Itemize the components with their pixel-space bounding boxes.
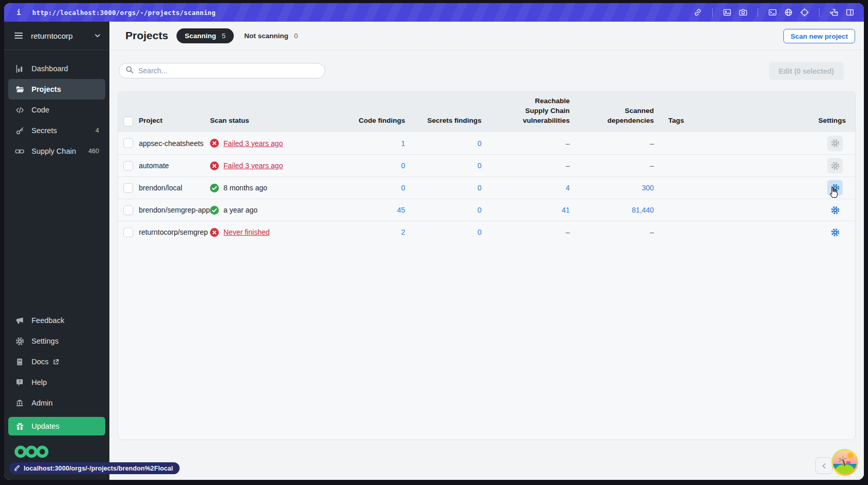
scan-status: Failed 3 years ago (210, 139, 312, 148)
sidebar-item-supply-chain[interactable]: Supply Chain460 (8, 141, 105, 161)
terminal-icon[interactable] (768, 8, 777, 17)
projects-table: Project Scan status Code findings Secret… (118, 91, 856, 440)
scan-new-project-button[interactable]: Scan new project (783, 29, 855, 43)
sidebar-item-updates[interactable]: Updates (8, 417, 105, 435)
row-checkbox[interactable] (123, 161, 133, 171)
chevron-down-icon[interactable] (94, 32, 101, 39)
scan-status-text[interactable]: Never finished (223, 228, 270, 236)
crosshair-icon[interactable] (800, 8, 809, 17)
project-name[interactable]: returntocorp/semgrep (139, 228, 210, 236)
sidebar-item-label: Admin (31, 399, 53, 407)
sidebar-item-label: Code (31, 106, 50, 114)
sidebar-item-secrets[interactable]: Secrets4 (8, 120, 105, 141)
row-checkbox[interactable] (123, 138, 133, 148)
secrets-findings-count[interactable]: 0 (405, 161, 481, 170)
sidebar-item-docs[interactable]: Docs (8, 351, 105, 372)
project-name[interactable]: brendon/local (139, 184, 210, 192)
column-header-reachable-vulnerabilities: Reachable Supply Chain vulnerabilities (481, 96, 570, 132)
scan-status-text[interactable]: Failed 3 years ago (223, 139, 283, 148)
browser-top-bar: i http://localhost:3000/orgs/-/projects/… (4, 3, 864, 22)
address-url[interactable]: http://localhost:3000/orgs/-/projects/sc… (32, 9, 215, 17)
column-header-project: Project (139, 116, 210, 132)
scan-status-text[interactable]: Failed 3 years ago (223, 161, 283, 170)
project-settings-gear-button[interactable] (827, 224, 843, 240)
info-icon: i (17, 8, 21, 17)
edit-selected-button[interactable]: Edit (0 selected) (769, 62, 844, 80)
toolbar-divider (758, 8, 758, 17)
scanned-dependencies-count: – (570, 161, 654, 170)
code-findings-count[interactable]: 1 (312, 139, 405, 148)
scanned-dependencies-count: – (570, 139, 654, 148)
row-checkbox[interactable] (123, 183, 133, 193)
success-check-icon (210, 184, 219, 192)
sidebar-item-projects[interactable]: Projects (8, 79, 105, 100)
svg-text:?: ? (19, 379, 21, 384)
org-switcher[interactable]: returntocorp (4, 22, 109, 50)
sidebar-item-label: Help (31, 378, 47, 386)
scan-status: 8 months ago (210, 184, 312, 192)
search-input[interactable] (138, 67, 318, 75)
failed-circle-icon (210, 228, 219, 237)
split-view-icon[interactable] (845, 8, 855, 17)
globe-icon[interactable] (784, 8, 793, 17)
tab-not-scanning[interactable]: Not scanning0 (244, 32, 298, 40)
island-avatar[interactable] (831, 449, 858, 476)
row-checkbox[interactable] (123, 228, 133, 237)
project-name[interactable]: automate (139, 161, 210, 170)
scanned-dependencies-count[interactable]: 300 (570, 184, 654, 192)
success-check-icon (210, 206, 219, 215)
code-findings-count[interactable]: 0 (312, 184, 405, 192)
sidebar-item-feedback[interactable]: Feedback (8, 310, 105, 331)
row-checkbox[interactable] (123, 205, 133, 215)
code-findings-count[interactable]: 0 (312, 161, 405, 170)
code-findings-count[interactable]: 2 (312, 228, 405, 236)
secrets-findings-count[interactable]: 0 (405, 206, 481, 214)
reachable-vulnerabilities-count[interactable]: 4 (481, 184, 570, 192)
screenshot-icon[interactable] (722, 8, 732, 17)
secrets-findings-count[interactable]: 0 (405, 184, 481, 192)
project-settings-gear-button[interactable] (827, 180, 843, 196)
scan-status-text: a year ago (223, 206, 258, 214)
help-icon: ? (14, 378, 25, 386)
semgrep-logo[interactable] (14, 444, 109, 461)
sidebar-item-dashboard[interactable]: Dashboard (8, 58, 105, 79)
scan-status: a year ago (210, 206, 312, 215)
camera-icon[interactable] (738, 8, 748, 17)
gear-icon (14, 337, 25, 346)
secrets-findings-count[interactable]: 0 (405, 139, 481, 148)
book-icon (14, 358, 25, 366)
extensions-icon[interactable] (829, 8, 839, 17)
link-icon[interactable] (693, 8, 702, 17)
secrets-findings-count[interactable]: 0 (405, 228, 481, 236)
project-settings-gear-button[interactable] (827, 136, 843, 151)
failed-circle-icon (210, 161, 219, 170)
menu-icon[interactable] (13, 30, 24, 41)
project-name[interactable]: appsec-cheatsheets (139, 139, 210, 148)
tab-scanning[interactable]: Scanning5 (176, 28, 234, 43)
sidebar-item-label: Settings (31, 337, 58, 345)
column-header-scanned-dependencies: Scanned dependencies (570, 106, 654, 132)
toolbar-divider (712, 8, 713, 17)
project-settings-gear-button[interactable] (827, 158, 843, 173)
sidebar-item-settings[interactable]: Settings (8, 331, 105, 351)
reachable-vulnerabilities-count: – (481, 161, 570, 170)
sidebar-item-help[interactable]: ?Help (8, 372, 105, 393)
project-name[interactable]: brendon/semgrep-app (139, 206, 210, 214)
project-settings-gear-button[interactable] (827, 202, 843, 218)
pagination-prev-button[interactable] (815, 457, 832, 474)
column-header-secrets-findings: Secrets findings (405, 116, 481, 132)
select-all-checkbox[interactable] (123, 117, 133, 126)
scanned-dependencies-count[interactable]: 81,440 (570, 206, 654, 214)
scan-status: Failed 3 years ago (210, 161, 312, 170)
scanned-dependencies-count: – (570, 228, 654, 236)
sidebar-item-code[interactable]: Code (8, 100, 105, 120)
code-findings-count[interactable]: 45 (312, 206, 405, 214)
sidebar-item-label: Updates (31, 422, 59, 430)
column-header-tags: Tags (654, 116, 809, 132)
megaphone-icon (14, 316, 25, 325)
reachable-vulnerabilities-count: – (481, 228, 570, 236)
reachable-vulnerabilities-count[interactable]: 41 (481, 206, 570, 214)
key-icon (14, 126, 25, 135)
table-row: automateFailed 3 years ago00–– (118, 154, 855, 176)
sidebar-item-admin[interactable]: Admin (8, 393, 105, 413)
